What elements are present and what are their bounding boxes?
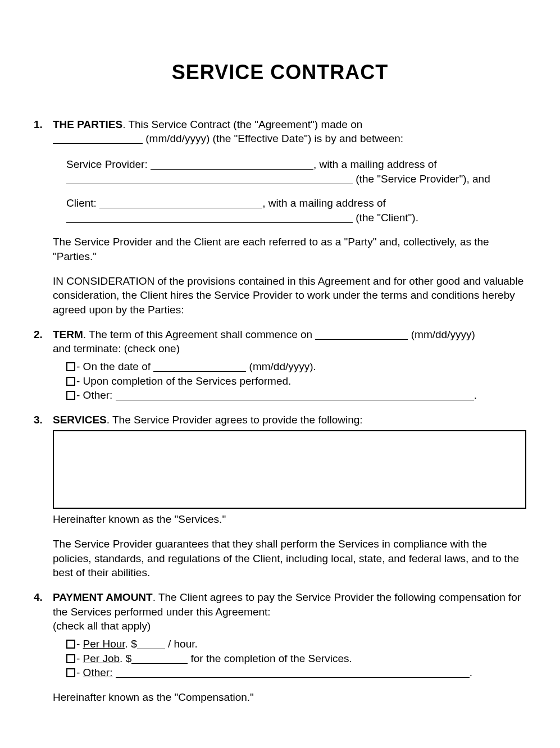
compensation-hereinafter: Hereinafter known as the "Compensation." [53, 690, 526, 705]
service-provider-block: Service Provider: , with a mailing addre… [66, 157, 526, 186]
label-per-job: Per Job [83, 653, 120, 664]
consideration-clause: IN CONSIDERATION of the provisions conta… [53, 274, 526, 317]
section-payment: 4. PAYMENT AMOUNT. The Client agrees to … [34, 590, 526, 633]
blank-job-rate[interactable] [131, 663, 188, 664]
section-number: 3. [34, 413, 53, 427]
text: , with a mailing address of [262, 197, 386, 209]
client-block: Client: , with a mailing address of (the… [66, 196, 526, 225]
term-option-other: - Other: . [66, 388, 526, 403]
checkbox[interactable] [66, 668, 75, 677]
text: , with a mailing address of [313, 158, 437, 170]
text: and terminate: (check one) [53, 343, 180, 354]
text: . The term of this Agreement shall comme… [83, 329, 316, 340]
term-option-completion: - Upon completion of the Services perfor… [66, 374, 526, 389]
text: - On the date of [76, 361, 153, 372]
services-hereinafter: Hereinafter known as the "Services." [53, 512, 526, 527]
text: - [76, 638, 83, 650]
section-heading: TERM [53, 329, 83, 340]
section-term: 2. TERM. The term of this Agreement shal… [34, 327, 526, 356]
blank-client-address[interactable] [66, 222, 353, 223]
checkbox[interactable] [66, 654, 75, 663]
text: (mm/dd/yyyy). [246, 361, 316, 372]
text: (check all that apply) [53, 620, 151, 632]
blank-term-other[interactable] [116, 400, 474, 400]
payment-option-other: - Other: . [66, 665, 526, 680]
text: (the "Service Provider"), and [353, 173, 490, 185]
section-number: 1. [34, 117, 53, 146]
checkbox[interactable] [66, 391, 75, 400]
checkbox[interactable] [66, 640, 75, 649]
text: . $ [120, 653, 131, 664]
section-parties: 1. THE PARTIES. This Service Contract (t… [34, 117, 526, 146]
text: (the "Client"). [353, 212, 418, 224]
text: - Other: [76, 389, 116, 401]
text: - Upon completion of the Services perfor… [76, 375, 291, 387]
text: . [474, 389, 477, 401]
checkbox[interactable] [66, 377, 75, 386]
services-guarantee: The Service Provider guarantees that the… [53, 537, 526, 580]
blank-end-date[interactable] [153, 371, 246, 372]
section-heading: THE PARTIES [53, 118, 122, 130]
payment-option-job: - Per Job. $ for the completion of the S… [66, 651, 526, 666]
term-option-date: - On the date of (mm/dd/yyyy). [66, 359, 526, 374]
text: for the completion of the Services. [188, 653, 352, 664]
text: . This Service Contract (the "Agreement"… [122, 118, 362, 130]
text: . [470, 667, 472, 678]
text: / hour. [165, 638, 198, 650]
text: . $ [125, 638, 137, 650]
section-number: 4. [34, 590, 53, 633]
payment-option-hour: - Per Hour. $ / hour. [66, 637, 526, 651]
blank-client-name[interactable] [99, 208, 262, 208]
blank-start-date[interactable] [315, 339, 408, 340]
checkbox[interactable] [66, 362, 75, 371]
text: (mm/dd/yyyy) (the "Effective Date") is b… [143, 133, 403, 144]
document-title: SERVICE CONTRACT [34, 59, 526, 86]
section-number: 2. [34, 327, 53, 356]
text: - [76, 653, 83, 664]
blank-payment-other[interactable] [116, 677, 470, 678]
text: (mm/dd/yyyy) [408, 329, 475, 340]
label-service-provider: Service Provider: [66, 158, 151, 170]
label-other: Other: [83, 667, 113, 678]
blank-hourly-rate[interactable] [137, 649, 165, 649]
section-heading: PAYMENT AMOUNT [53, 591, 153, 603]
party-definition: The Service Provider and the Client are … [53, 235, 526, 263]
text: . The Service Provider agrees to provide… [107, 414, 363, 426]
blank-sp-name[interactable] [151, 169, 313, 170]
section-heading: SERVICES [53, 414, 107, 426]
section-services: 3. SERVICES. The Service Provider agrees… [34, 413, 526, 427]
services-description-box[interactable] [53, 430, 526, 509]
blank-date[interactable] [53, 143, 143, 144]
label-per-hour: Per Hour [83, 638, 125, 650]
label-client: Client: [66, 197, 99, 209]
text: - [76, 667, 83, 678]
blank-sp-address[interactable] [66, 184, 353, 184]
